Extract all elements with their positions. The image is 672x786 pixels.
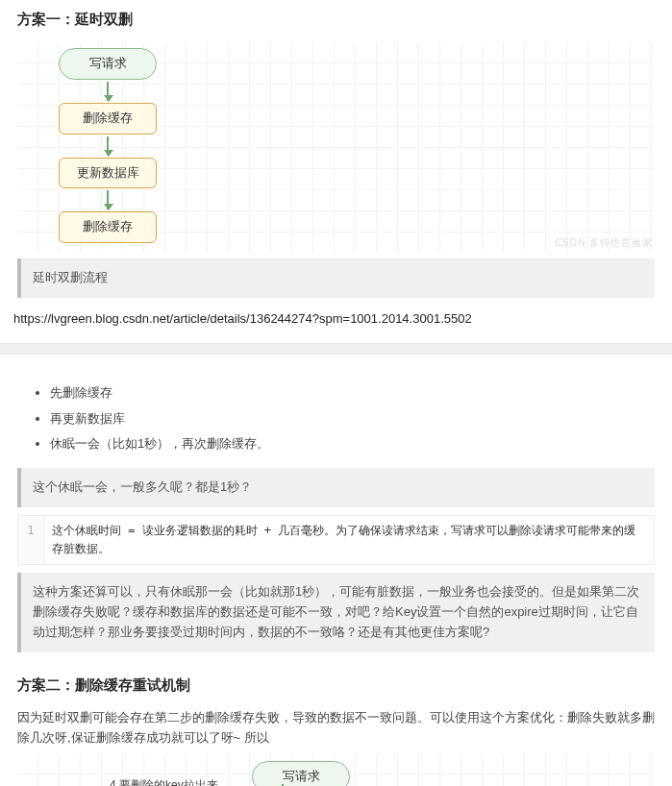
flow-caption: 延时双删流程	[17, 258, 655, 298]
source-url[interactable]: https://lvgreen.blog.csdn.net/article/de…	[0, 304, 672, 343]
code-gutter: 1	[18, 516, 44, 564]
code-block: 1 这个休眠时间 = 读业务逻辑数据的耗时 + 几百毫秒。为了确保读请求结束，写…	[17, 515, 655, 565]
flow-start: 写请求	[59, 48, 157, 80]
arrow-down-icon	[107, 82, 109, 101]
list-item: 先删除缓存	[50, 383, 655, 404]
section2-intro: 因为延时双删可能会存在第二步的删除缓存失败，导致的数据不一致问题。可以使用这个方…	[17, 708, 655, 749]
flow-step-2: 更新数据库	[59, 158, 157, 189]
list-item: 休眠一会（比如1秒），再次删除缓存。	[50, 434, 655, 454]
list-item: 再更新数据库	[50, 409, 655, 430]
section2-title: 方案二：删除缓存重试机制	[17, 674, 655, 697]
arrow-down-icon	[107, 190, 109, 209]
flowchart-2: 写请求 消息队列 应用程序 数据库 缓存 1.更新数据库 2.删除缓存失败 3.…	[17, 753, 655, 786]
callout-discussion: 这种方案还算可以，只有休眠那一会（比如就那1秒），可能有脏数据，一般业务也会接受…	[17, 573, 655, 651]
code-line: 这个休眠时间 = 读业务逻辑数据的耗时 + 几百毫秒。为了确保读请求结束，写请求…	[44, 516, 654, 564]
flow-step-3: 删除缓存	[59, 211, 157, 243]
arrow-down-icon	[107, 136, 109, 156]
page-divider	[0, 343, 672, 355]
section1-title: 方案一：延时双删	[17, 8, 655, 31]
callout-sleep-question: 这个休眠一会，一般多久呢？都是1秒？	[17, 468, 655, 507]
flowchart-1: 写请求 删除缓存 更新数据库 删除缓存 CSDN 多特悟言验家	[17, 42, 655, 253]
node-write-request: 写请求	[252, 761, 350, 786]
watermark-text: CSDN 多特悟言验家	[555, 235, 653, 251]
flow-step-1: 删除缓存	[59, 103, 157, 135]
edge-label-4: 4.要删除的key拉出来	[110, 776, 218, 786]
steps-list: 先删除缓存 再更新数据库 休眠一会（比如1秒），再次删除缓存。	[17, 383, 655, 454]
